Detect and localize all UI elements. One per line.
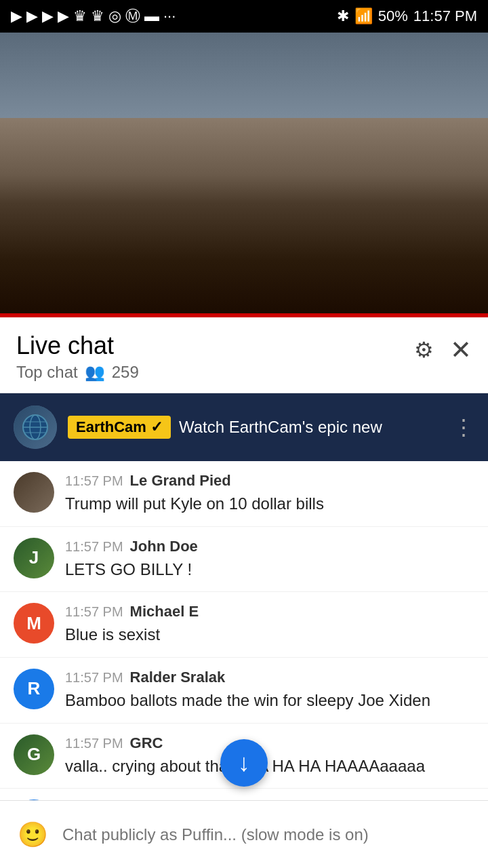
app-icon-1: ▶ bbox=[11, 7, 22, 25]
message-time: 11:57 PM bbox=[65, 604, 123, 620]
video-progress-bar bbox=[0, 313, 488, 317]
user-avatar: G bbox=[14, 734, 54, 775]
chat-message: J 11:57 PM John Doe LETS GO BILLY ! bbox=[0, 527, 488, 593]
verified-icon: ✓ bbox=[150, 418, 163, 436]
live-chat-title: Live chat bbox=[16, 331, 139, 360]
viewer-count: 259 bbox=[112, 363, 139, 382]
emoji-icon: 🙂 bbox=[18, 821, 48, 849]
chat-message: 11:57 PM Le Grand Pied Trump will put Ky… bbox=[0, 461, 488, 527]
chat-message: R 11:57 PM Ralder Sralak Bamboo ballots … bbox=[0, 658, 488, 724]
wifi-icon: 📶 bbox=[354, 7, 373, 25]
message-username: Le Grand Pied bbox=[130, 472, 231, 490]
status-info: ✱ 📶 50% 11:57 PM bbox=[337, 7, 477, 25]
pinned-message[interactable]: EarthCam ✓ Watch EarthCam's epic new ⋮ bbox=[0, 393, 488, 461]
people-icon: 👥 bbox=[85, 363, 105, 382]
more-options-icon[interactable]: ⋮ bbox=[453, 414, 474, 440]
chat-input[interactable] bbox=[62, 825, 474, 844]
emoji-button[interactable]: 🙂 bbox=[14, 816, 52, 854]
message-meta: 11:57 PM John Doe bbox=[65, 538, 474, 555]
video-player[interactable] bbox=[0, 33, 488, 317]
message-text: Blue is sexist bbox=[65, 623, 474, 646]
channel-avatar-inner bbox=[14, 406, 57, 449]
time-display: 11:57 PM bbox=[413, 7, 477, 25]
user-avatar: J bbox=[14, 538, 54, 578]
user-avatar: M bbox=[14, 603, 54, 644]
message-text: LETS GO BILLY ! bbox=[65, 558, 474, 581]
pinned-text: Watch EarthCam's epic new bbox=[179, 418, 442, 437]
chevron-down-icon: ↓ bbox=[238, 749, 250, 777]
message-meta: 11:57 PM Le Grand Pied bbox=[65, 472, 474, 490]
app-icon-3: ▶ bbox=[42, 7, 54, 25]
message-username: Ralder Sralak bbox=[130, 669, 226, 686]
channel-name: EarthCam bbox=[76, 418, 146, 436]
chat-sub-info: Top chat 👥 259 bbox=[16, 363, 139, 382]
message-body: 11:57 PM John Doe LETS GO BILLY ! bbox=[65, 538, 474, 581]
message-time: 11:57 PM bbox=[65, 736, 123, 751]
status-bar: ▶ ▶ ▶ ▶ ♛ ♛ ◎ Ⓜ ▬ ··· ✱ 📶 50% 11:57 PM bbox=[0, 0, 488, 33]
message-body: 11:57 PM Le Grand Pied Trump will put Ky… bbox=[65, 472, 474, 515]
message-time: 11:57 PM bbox=[65, 670, 123, 686]
channel-badge: EarthCam ✓ bbox=[68, 416, 171, 439]
scroll-down-button[interactable]: ↓ bbox=[220, 739, 268, 787]
chat-input-bar: 🙂 bbox=[0, 800, 488, 868]
chat-message: M 11:57 PM Michael E Blue is sexist bbox=[0, 592, 488, 658]
app-icon-dots: ··· bbox=[163, 7, 176, 25]
message-username: John Doe bbox=[130, 538, 198, 555]
message-body: 11:57 PM GRC valla.. crying about that? … bbox=[65, 734, 474, 778]
message-username: Michael E bbox=[130, 603, 199, 620]
message-text: Trump will put Kyle on 10 dollar bills bbox=[65, 492, 474, 515]
message-time: 11:57 PM bbox=[65, 473, 123, 489]
app-icon-5: ♛ bbox=[73, 7, 87, 25]
message-meta: 11:57 PM GRC bbox=[65, 734, 474, 752]
video-frame bbox=[0, 33, 488, 317]
chat-header-info: Live chat Top chat 👥 259 bbox=[16, 331, 139, 382]
settings-icon[interactable]: ⚙ bbox=[414, 337, 434, 363]
app-icon-6: ♛ bbox=[91, 7, 104, 25]
top-chat-label[interactable]: Top chat bbox=[16, 363, 78, 382]
message-body: 11:57 PM Michael E Blue is sexist bbox=[65, 603, 474, 646]
app-icon-7: ◎ bbox=[108, 7, 121, 25]
user-avatar bbox=[14, 472, 54, 513]
message-time: 11:57 PM bbox=[65, 539, 123, 555]
close-icon[interactable]: ✕ bbox=[450, 335, 472, 365]
app-icon-8: Ⓜ bbox=[125, 6, 140, 26]
pinned-content: EarthCam ✓ Watch EarthCam's epic new bbox=[68, 416, 442, 439]
chat-header: Live chat Top chat 👥 259 ⚙ ✕ bbox=[0, 317, 488, 393]
battery-text: 50% bbox=[378, 7, 408, 25]
chat-header-actions: ⚙ ✕ bbox=[414, 331, 472, 365]
message-meta: 11:57 PM Ralder Sralak bbox=[65, 669, 474, 686]
status-icons: ▶ ▶ ▶ ▶ ♛ ♛ ◎ Ⓜ ▬ ··· bbox=[11, 6, 176, 26]
message-username: GRC bbox=[130, 734, 163, 752]
video-content bbox=[0, 33, 488, 317]
message-text: Bamboo ballots made the win for sleepy J… bbox=[65, 689, 474, 712]
app-icon-4: ▶ bbox=[58, 7, 69, 25]
user-avatar: R bbox=[14, 669, 54, 709]
message-meta: 11:57 PM Michael E bbox=[65, 603, 474, 620]
app-icon-2: ▶ bbox=[26, 7, 38, 25]
bluetooth-icon: ✱ bbox=[337, 7, 349, 25]
message-text: valla.. crying about that? HA HA HA HAAA… bbox=[65, 755, 474, 778]
channel-avatar bbox=[14, 406, 57, 449]
message-body: 11:57 PM Ralder Sralak Bamboo ballots ma… bbox=[65, 669, 474, 712]
app-icon-9: ▬ bbox=[144, 7, 159, 25]
